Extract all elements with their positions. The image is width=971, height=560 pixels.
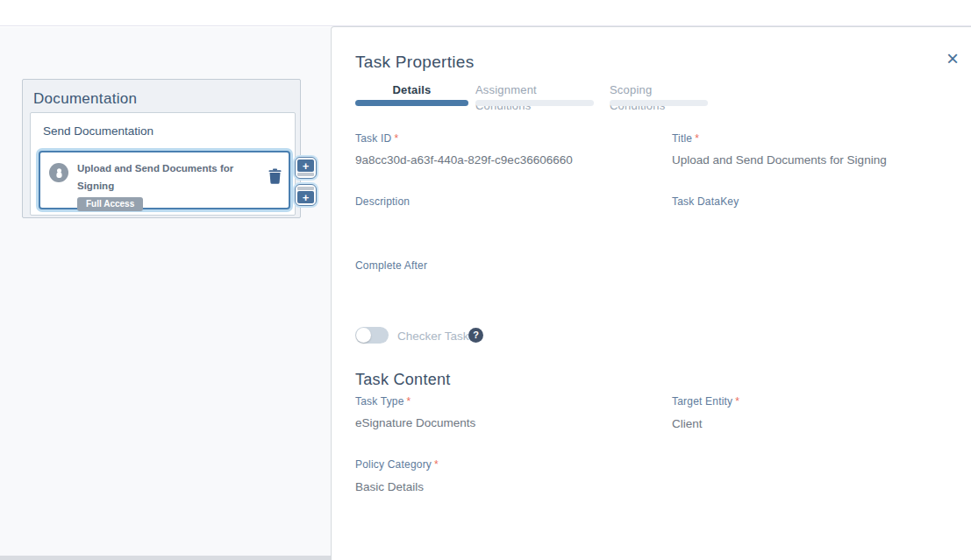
step-card-send-documentation[interactable]: Send Documentation Upload and Send Docum… xyxy=(30,112,296,216)
tab-active-indicator xyxy=(355,100,468,106)
tab-label: Scoping Conditions xyxy=(610,83,665,112)
step-title: Send Documentation xyxy=(43,124,154,138)
title-value[interactable]: Upload and Send Documents for Signing xyxy=(672,153,887,167)
task-properties-panel: Task Properties × Details Assignment Con… xyxy=(331,26,971,560)
required-asterisk: * xyxy=(432,458,439,471)
user-task-icon xyxy=(49,163,68,182)
policy-category-value[interactable]: Basic Details xyxy=(355,480,424,493)
tab-details[interactable]: Details xyxy=(355,82,468,97)
toggle-knob xyxy=(356,328,371,343)
task-id-label: Task ID* xyxy=(355,132,398,145)
tab-label: Details xyxy=(392,83,431,96)
add-task-below-button[interactable]: + xyxy=(295,184,317,206)
task-type-value[interactable]: eSignature Documents xyxy=(355,416,475,429)
stage-title: Documentation xyxy=(33,90,137,108)
target-entity-label: Target Entity* xyxy=(672,395,739,408)
add-task-above-button[interactable]: + xyxy=(295,157,317,179)
complete-after-label: Complete After xyxy=(355,259,427,272)
close-icon[interactable]: × xyxy=(946,48,959,69)
workflow-editor: Documentation Send Documentation Upload … xyxy=(0,0,971,560)
task-title: Upload and Send Documents for Signing xyxy=(77,163,233,191)
panel-title: Task Properties xyxy=(355,53,474,72)
target-entity-value[interactable]: Client xyxy=(672,417,703,430)
tab-assignment-conditions[interactable]: Assignment Conditions xyxy=(475,82,594,113)
plus-icon: + xyxy=(297,191,314,203)
required-asterisk: * xyxy=(692,132,699,145)
tab-label: Assignment Conditions xyxy=(475,83,537,112)
task-card-selected[interactable]: Upload and Send Documents for Signing Fu… xyxy=(39,151,290,209)
workflow-canvas[interactable]: Documentation Send Documentation Upload … xyxy=(0,27,332,560)
add-above-bar xyxy=(297,173,314,176)
checker-task-toggle[interactable] xyxy=(355,327,389,344)
required-asterisk: * xyxy=(404,395,411,408)
canvas-horizontal-scrollbar[interactable] xyxy=(0,556,332,560)
task-text-wrap: Upload and Send Documents for Signing Fu… xyxy=(68,159,267,211)
add-below-bar xyxy=(297,187,314,190)
task-content-title: Task Content xyxy=(355,371,451,389)
required-asterisk: * xyxy=(391,132,398,145)
checker-task-label: Checker Task xyxy=(397,330,469,343)
tab-indicator xyxy=(475,100,594,106)
stage-card-documentation[interactable]: Documentation Send Documentation Upload … xyxy=(22,79,301,218)
task-type-label: Task Type* xyxy=(355,395,411,408)
description-label: Description xyxy=(355,195,410,208)
title-label: Title* xyxy=(672,132,699,145)
task-access-badge: Full Access xyxy=(77,197,143,211)
tab-indicator xyxy=(610,100,708,106)
policy-category-label: Policy Category* xyxy=(355,458,439,471)
required-asterisk: * xyxy=(732,395,739,408)
task-id-value[interactable]: 9a8cc30d-a63f-440a-829f-c9ec36606660 xyxy=(355,153,573,167)
delete-task-icon[interactable] xyxy=(268,168,282,187)
tab-scoping-conditions[interactable]: Scoping Conditions xyxy=(610,82,708,113)
plus-icon: + xyxy=(297,159,314,172)
top-bar xyxy=(0,0,971,26)
task-datakey-label: Task DataKey xyxy=(672,195,739,208)
help-icon[interactable]: ? xyxy=(468,328,483,343)
